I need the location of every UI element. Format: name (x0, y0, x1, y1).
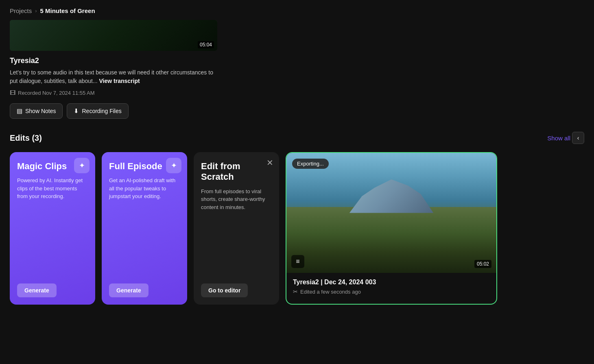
export-duration: 05:02 (474, 260, 491, 268)
show-notes-label: Show Notes (25, 108, 56, 114)
export-edited-label: Edited a few seconds ago (300, 289, 361, 295)
breadcrumb: Projects › 5 Minutes of Green (0, 0, 594, 20)
thumbnail-image (10, 20, 217, 51)
camera-icon: 🎞 (10, 89, 15, 96)
exporting-badge: Exporting... (292, 159, 329, 169)
edits-header: Edits (3) Show all ‹ (10, 132, 584, 144)
document-icon: ≡ (291, 255, 304, 268)
show-notes-icon: ▤ (17, 107, 22, 115)
export-name: Tyresia2 | Dec 24, 2024 003 (293, 279, 490, 286)
sparkle-icon: ✦ (74, 158, 90, 173)
video-thumbnail[interactable]: 05:04 (10, 20, 217, 51)
breadcrumb-projects[interactable]: Projects (10, 7, 32, 14)
recorded-timestamp: Recorded Nov 7, 2024 11:55 AM (18, 90, 95, 96)
chevron-button[interactable]: ‹ (572, 132, 584, 144)
edits-right-controls: Show all ‹ (547, 132, 584, 144)
action-buttons: ▤ Show Notes ⬇ Recording Files (10, 103, 584, 119)
close-icon[interactable]: ✕ (266, 158, 273, 168)
export-info: Tyresia2 | Dec 24, 2024 003 ✂ Edited a f… (286, 273, 496, 300)
recording-description: Let's try to some audio in this text bec… (10, 68, 213, 85)
breadcrumb-current: 5 Minutes of Green (40, 7, 95, 14)
edit-from-scratch-title: Edit from Scratch (201, 161, 272, 183)
show-notes-button[interactable]: ▤ Show Notes (10, 103, 63, 119)
edit-from-scratch-card: ✕ Edit from Scratch From full episodes t… (194, 152, 279, 305)
recording-files-button[interactable]: ⬇ Recording Files (67, 103, 128, 119)
export-edited: ✂ Edited a few seconds ago (293, 288, 490, 295)
recording-files-label: Recording Files (82, 108, 121, 114)
scissors-icon: ✂ (293, 288, 298, 295)
recorded-info: 🎞 Recorded Nov 7, 2024 11:55 AM (10, 89, 584, 96)
export-thumbnail-image (286, 153, 496, 273)
cards-container: ✦ Magic Clips Powered by AI. Instantly g… (10, 152, 584, 305)
full-episode-description: Get an AI-polished draft with all the po… (109, 177, 180, 278)
magic-clips-description: Powered by AI. Instantly get clips of th… (17, 177, 88, 278)
go-to-editor-button[interactable]: Go to editor (201, 283, 248, 297)
video-duration: 05:04 (198, 41, 214, 48)
full-episode-generate-button[interactable]: Generate (109, 283, 148, 297)
magic-clips-generate-button[interactable]: Generate (17, 283, 57, 297)
export-thumbnail: Exporting... ≡ 05:02 (286, 153, 496, 273)
view-transcript-link[interactable]: View transcript (99, 78, 140, 84)
main-content: 05:04 Tyresia2 Let's try to some audio i… (0, 20, 594, 305)
breadcrumb-separator: › (35, 8, 37, 14)
thumbnail-overlay (10, 20, 217, 51)
edit-from-scratch-description: From full episodes to viral shorts, crea… (201, 187, 272, 278)
recording-title: Tyresia2 (10, 57, 584, 65)
show-all-link[interactable]: Show all (547, 135, 570, 142)
edits-title: Edits (3) (10, 133, 42, 143)
export-card[interactable]: Exporting... ≡ 05:02 Tyresia2 | Dec 24, … (286, 152, 497, 305)
recording-files-icon: ⬇ (74, 107, 79, 115)
full-episode-card: ✦ Full Episode Get an AI-polished draft … (102, 152, 187, 305)
sparkle-icon-2: ✦ (166, 158, 181, 173)
magic-clips-card: ✦ Magic Clips Powered by AI. Instantly g… (10, 152, 95, 305)
